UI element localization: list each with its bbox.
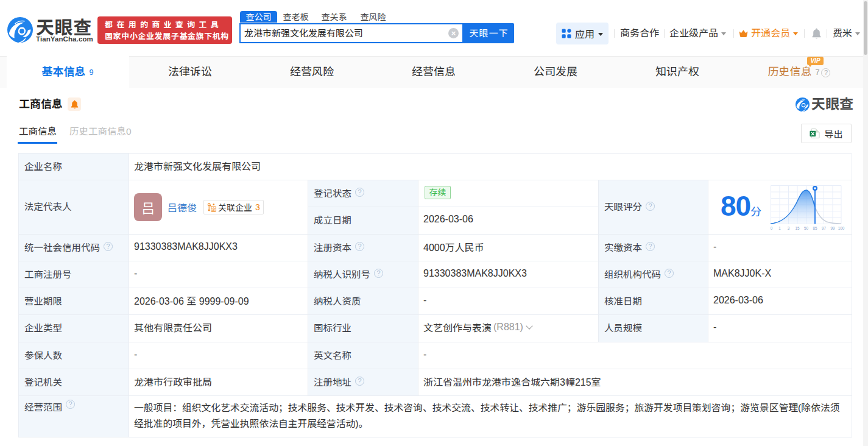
svg-text:1: 1 [778, 226, 781, 230]
svg-text:97: 97 [822, 226, 827, 230]
svg-text:85: 85 [813, 226, 818, 230]
svg-text:0: 0 [771, 226, 773, 230]
svg-text:企: 企 [211, 205, 216, 211]
svg-text:100: 100 [838, 226, 845, 230]
svg-text:50: 50 [804, 226, 809, 230]
svg-text:3: 3 [788, 226, 790, 230]
svg-text:15: 15 [795, 226, 800, 230]
svg-text:99: 99 [830, 226, 835, 230]
